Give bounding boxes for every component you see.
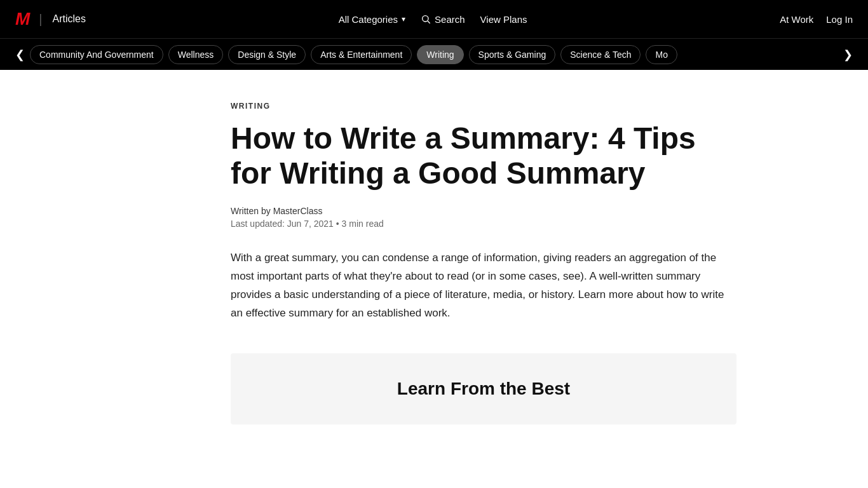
- category-community-government[interactable]: Community And Government: [30, 45, 163, 64]
- logo-icon: M: [15, 10, 29, 28]
- article-title: How to Write a Summary: 4 Tips for Writi…: [231, 121, 736, 191]
- articles-label: Articles: [53, 13, 86, 25]
- svg-point-0: [423, 16, 428, 22]
- article-intro: With a great summary, you can condense a…: [231, 249, 733, 323]
- chevron-down-icon: ▾: [402, 15, 405, 24]
- all-categories-button[interactable]: All Categories ▾: [339, 14, 405, 25]
- logo-area: M | Articles: [15, 10, 86, 28]
- category-wellness[interactable]: Wellness: [168, 45, 224, 64]
- search-icon: [421, 14, 431, 24]
- nav-right: At Work Log In: [780, 14, 853, 25]
- svg-line-1: [428, 21, 430, 24]
- category-design-style[interactable]: Design & Style: [228, 45, 306, 64]
- article-meta: Written by MasterClass Last updated: Jun…: [231, 206, 736, 229]
- category-next-button[interactable]: ❯: [838, 48, 858, 62]
- nav-left: M | Articles: [15, 10, 86, 28]
- at-work-button[interactable]: At Work: [780, 14, 813, 25]
- category-items: Community And Government Wellness Design…: [30, 45, 838, 64]
- nav-center: All Categories ▾ Search View Plans: [339, 14, 527, 25]
- category-arts-entertainment[interactable]: Arts & Entertainment: [311, 45, 412, 64]
- login-button[interactable]: Log In: [826, 14, 853, 25]
- category-sports-gaming[interactable]: Sports & Gaming: [469, 45, 556, 64]
- article-category-label: WRITING: [231, 102, 736, 111]
- category-science-tech[interactable]: Science & Tech: [560, 45, 641, 64]
- category-more-button[interactable]: Mo: [646, 45, 677, 64]
- article-author: Written by MasterClass: [231, 206, 736, 216]
- search-label: Search: [435, 14, 465, 25]
- view-plans-button[interactable]: View Plans: [480, 14, 527, 25]
- all-categories-label: All Categories: [339, 14, 398, 25]
- category-bar: ❮ Community And Government Wellness Desi…: [0, 38, 868, 70]
- logo-divider: |: [39, 12, 42, 27]
- main-content: WRITING How to Write a Summary: 4 Tips f…: [116, 70, 752, 450]
- top-nav: M | Articles All Categories ▾ Search Vie…: [0, 0, 868, 38]
- category-writing[interactable]: Writing: [417, 45, 463, 64]
- category-prev-button[interactable]: ❮: [10, 48, 30, 62]
- search-button[interactable]: Search: [421, 14, 465, 25]
- article-date: Last updated: Jun 7, 2021 • 3 min read: [231, 219, 736, 229]
- learn-section-title: Learn From the Best: [256, 379, 711, 399]
- learn-section: Learn From the Best: [231, 353, 736, 424]
